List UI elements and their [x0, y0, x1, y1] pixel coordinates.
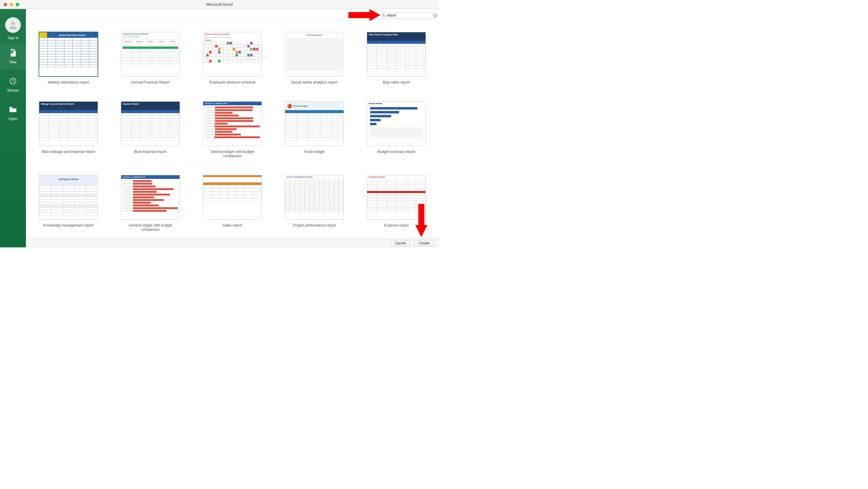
create-button[interactable]: Create — [414, 240, 434, 246]
sidebar-open-label: Open — [8, 117, 17, 121]
search-box[interactable] — [380, 12, 434, 19]
template-card-general-ledger-budget-1[interactable]: ACTUAL vs. BUDGET YTDGeneral ledger with… — [202, 102, 263, 158]
template-card-general-ledger-budget-2[interactable]: ACTUAL vs. BUDGET YTDGeneral ledger with… — [120, 175, 181, 232]
template-card-weekly-attendance[interactable]: Weekly Attendance ReportWeekly attendanc… — [39, 32, 98, 84]
template-label: General ledger with budget comparison — [202, 150, 263, 158]
template-thumbnail: Weekly Attendance Report — [39, 32, 98, 77]
close-icon — [433, 13, 437, 17]
template-thumbnail: Monthly Budget — [367, 102, 426, 146]
content-area: Weekly Attendance ReportWeekly attendanc… — [26, 9, 439, 247]
template-label: Food budget — [304, 150, 324, 154]
template-thumbnail: PROJECT PERFORMANCE REPORT — [285, 175, 344, 220]
sidebar-new-label: New — [9, 60, 17, 64]
sidebar-sign-in-label: Sign in — [7, 36, 19, 40]
template-thumbnail: Expense Report — [121, 102, 180, 146]
sidebar-recent-label: Recent — [7, 88, 19, 93]
title-bar: Microsoft Excel — [0, 0, 439, 9]
template-label: Blue mileage and expense report — [42, 150, 95, 154]
template-card-blue-expense[interactable]: Expense ReportBlue expense report — [121, 102, 180, 158]
template-card-blue-sales[interactable]: Sales Report Company NameBlue sales repo… — [367, 32, 426, 84]
template-thumbnail: ACTUAL vs. BUDGET YTD — [121, 175, 180, 220]
person-icon — [8, 20, 18, 30]
template-label: Project performance report — [293, 223, 336, 227]
template-card-expense-report[interactable]: EXPENSE REPORTExpense report — [367, 175, 426, 232]
template-thumbnail: ANNUAL FINANCIAL REPORTYOUR COMPANY NAME… — [121, 32, 180, 77]
svg-point-3 — [382, 14, 384, 16]
template-label: Budget summary report — [377, 150, 415, 154]
template-thumbnail: 🍎Food budget — [285, 102, 344, 146]
sidebar: Sign in New Recent Open — [0, 9, 26, 247]
template-thumbnail: ACTUAL vs. BUDGET YTD — [203, 102, 262, 146]
template-card-employee-absence[interactable]: Employee Absence Schedule■ Vacation■ Per… — [203, 32, 262, 84]
template-thumbnail: Employee Absence Schedule■ Vacation■ Per… — [203, 32, 262, 77]
template-label: Blue expense report — [134, 150, 166, 154]
sidebar-new[interactable]: New — [0, 43, 26, 69]
search-icon — [382, 13, 385, 17]
template-label: General ledger with budget comparison — [120, 223, 181, 232]
template-label: Blue sales report — [383, 80, 410, 84]
template-card-food-budget[interactable]: 🍎Food budgetFood budget — [285, 102, 344, 158]
template-label: Employee absence schedule — [209, 80, 255, 84]
template-thumbnail: Company Name — [39, 175, 98, 220]
template-grid: Weekly Attendance ReportWeekly attendanc… — [38, 32, 427, 232]
template-label: Weekly attendance report — [48, 80, 89, 84]
search-row — [26, 9, 439, 20]
template-label: Social media analytics report — [291, 80, 337, 84]
cancel-button[interactable]: Cancel — [390, 240, 410, 246]
sidebar-sign-in[interactable]: Sign in — [0, 9, 26, 43]
svg-point-0 — [11, 22, 15, 25]
window-title: Microsoft Excel — [0, 2, 439, 7]
maximize-window-button[interactable] — [16, 3, 19, 6]
window-controls — [0, 3, 19, 6]
folder-icon — [8, 105, 18, 114]
sidebar-open[interactable]: Open — [0, 99, 26, 126]
template-label: Annual Financial Report — [131, 80, 170, 84]
new-document-icon — [8, 48, 18, 58]
template-label: Knowledge management report — [43, 223, 93, 227]
template-card-sales-report[interactable]: Sales report — [203, 175, 262, 232]
minimize-window-button[interactable] — [10, 3, 13, 6]
template-card-knowledge-management[interactable]: Company NameKnowledge management report — [39, 175, 98, 232]
template-thumbnail: EXPENSE REPORT — [367, 175, 426, 220]
template-label: Sales report — [223, 223, 242, 227]
template-thumbnail: Sales Report Company Name — [367, 32, 426, 77]
search-input[interactable] — [387, 13, 432, 18]
template-card-project-performance[interactable]: PROJECT PERFORMANCE REPORTProject perfor… — [285, 175, 344, 232]
close-window-button[interactable] — [4, 3, 7, 6]
template-card-annual-financial[interactable]: ANNUAL FINANCIAL REPORTYOUR COMPANY NAME… — [121, 32, 180, 84]
template-label: Expense report — [384, 223, 408, 227]
template-card-social-media-analytics[interactable]: Total EngagementsSocial media analytics … — [285, 32, 344, 84]
avatar-placeholder — [5, 17, 21, 33]
template-thumbnail — [203, 175, 262, 220]
footer: Cancel Create — [26, 238, 439, 247]
sidebar-recent[interactable]: Recent — [0, 69, 26, 99]
template-card-budget-summary[interactable]: Monthly BudgetBudget summary report — [367, 102, 426, 158]
template-thumbnail: Total Engagements — [285, 32, 344, 77]
template-thumbnail: Mileage Log and Expense Report — [39, 102, 98, 146]
template-card-blue-mileage-expense[interactable]: Mileage Log and Expense ReportBlue milea… — [39, 102, 98, 158]
clock-icon — [8, 76, 18, 86]
template-grid-scroll[interactable]: Weekly Attendance ReportWeekly attendanc… — [26, 20, 439, 238]
clear-search-button[interactable] — [433, 13, 437, 18]
